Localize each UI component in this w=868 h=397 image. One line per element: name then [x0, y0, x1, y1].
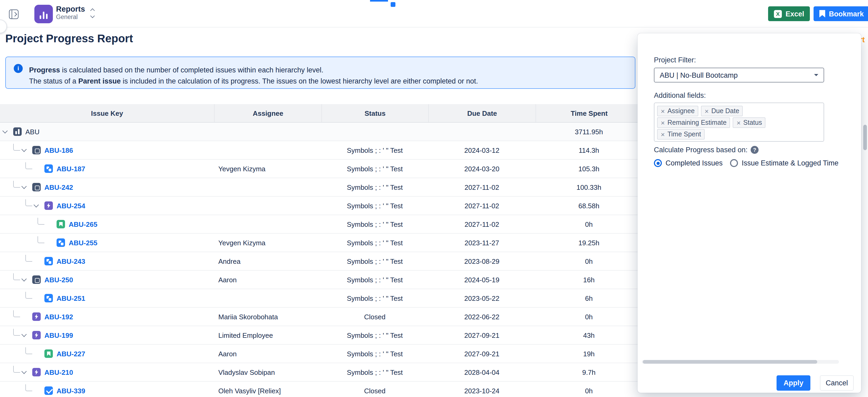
time-spent-cell: 68.58h — [535, 197, 642, 215]
chevron-down-icon[interactable] — [34, 202, 39, 208]
remove-tag-icon[interactable]: × — [661, 131, 665, 138]
time-spent-cell: 19h — [535, 345, 642, 363]
issue-key-link[interactable]: ABU-242 — [44, 183, 73, 191]
table-row[interactable]: ABU-242 Symbols ; : ' " Test 2027-11-02 … — [0, 178, 642, 197]
collapse-expand-icon[interactable] — [91, 9, 94, 18]
excel-button-label: Excel — [785, 10, 804, 18]
column-header-time-spent[interactable]: Time Spent — [535, 104, 642, 122]
project-filter-select[interactable]: ABU | No-Bull Bootcamp — [654, 68, 824, 83]
panel-horizontal-scrollbar[interactable] — [642, 360, 839, 364]
tree-connector — [13, 366, 20, 372]
table-row[interactable]: ABU-227 Aaron Symbols ; : ' " Test 2027-… — [0, 345, 642, 363]
radio-option[interactable]: Completed Issues — [654, 159, 723, 167]
column-header-status[interactable]: Status — [321, 104, 428, 122]
column-header-assignee[interactable]: Assignee — [214, 104, 321, 122]
issue-key-cell: ABU-339 — [0, 382, 214, 397]
issue-key-link[interactable]: ABU-251 — [57, 294, 85, 302]
field-tag[interactable]: ×Time Spent — [657, 129, 705, 140]
status-cell: Symbols ; : ' " Test — [321, 160, 428, 178]
chevron-down-icon[interactable] — [22, 147, 27, 152]
assignee-cell: Yevgen Kizyma — [214, 160, 321, 178]
remove-tag-icon[interactable]: × — [737, 119, 741, 126]
radio-selected-icon[interactable] — [654, 159, 662, 167]
table-row[interactable]: ABU-192 Mariia Skorobohata Closed 2022-0… — [0, 308, 642, 326]
app-switcher[interactable]: Reports General — [56, 5, 85, 21]
issue-key-link[interactable]: ABU-250 — [44, 276, 73, 284]
issue-key-link[interactable]: ABU-186 — [44, 146, 73, 154]
table-row[interactable]: ABU-210 Vladyslav Sobipan Symbols ; : ' … — [0, 363, 642, 382]
chevron-slot — [34, 167, 44, 170]
status-cell: Closed — [321, 382, 428, 397]
help-icon[interactable] — [751, 146, 758, 154]
table-row[interactable]: ABU-243 Andrea Symbols ; : ' " Test 2023… — [0, 252, 642, 271]
status-cell: Symbols ; : ' " Test — [321, 141, 428, 159]
column-header-issue-key[interactable]: Issue Key — [0, 104, 214, 122]
issue-key-link[interactable]: ABU-243 — [57, 257, 85, 265]
chevron-down-icon[interactable] — [22, 369, 27, 374]
issue-key-link[interactable]: ABU-210 — [44, 368, 73, 376]
table-row[interactable]: ABU-186 Symbols ; : ' " Test 2024-03-12 … — [0, 141, 642, 160]
radio-label: Completed Issues — [665, 159, 723, 167]
table-row[interactable]: ABU-187 Yevgen Kizyma Symbols ; : ' " Te… — [0, 160, 642, 178]
table-row[interactable]: ABU-339 Oleh Vasyliv [Reliex] Closed 202… — [0, 382, 642, 397]
field-tag[interactable]: ×Due Date — [701, 106, 743, 116]
remove-tag-icon[interactable]: × — [661, 119, 665, 126]
table-row[interactable]: ABU-265 Symbols ; : ' " Test 2027-11-02 … — [0, 215, 642, 234]
due-date-cell: 2024-05-19 — [428, 271, 535, 288]
issue-type-icon — [32, 146, 41, 154]
table-row[interactable]: ABU-199 Limited Employee Symbols ; : ' "… — [0, 326, 642, 345]
column-header-due-date[interactable]: Due Date — [428, 104, 535, 122]
issue-key-link[interactable]: ABU-192 — [44, 313, 73, 320]
cancel-button[interactable]: Cancel — [820, 375, 854, 391]
radio-unselected-icon[interactable] — [730, 159, 738, 167]
tree-connector — [13, 310, 20, 317]
tree-connector — [25, 347, 32, 354]
table-row[interactable]: ABU 3711.95h — [0, 123, 642, 141]
issue-key-link[interactable]: ABU-265 — [69, 220, 97, 228]
app-viewport: Reports General Excel Bookmark rt Projec… — [0, 0, 868, 397]
apply-button[interactable]: Apply — [777, 375, 810, 391]
excel-export-button[interactable]: Excel — [768, 6, 810, 21]
field-tag-row: ×Assignee×Due Date — [657, 106, 821, 116]
issue-key-link[interactable]: ABU-339 — [57, 387, 85, 395]
scrollbar-thumb[interactable] — [643, 360, 817, 364]
sidebar-toggle-icon[interactable] — [9, 9, 19, 19]
table-row[interactable]: ABU-251 Symbols ; : ' " Test 2023-05-22 … — [0, 289, 642, 308]
chevron-down-icon[interactable] — [22, 276, 27, 281]
issue-type-icon — [44, 349, 53, 358]
issue-key-link[interactable]: ABU-255 — [69, 239, 97, 247]
table-row[interactable]: ABU-255 Yevgen Kizyma Symbols ; : ' " Te… — [0, 234, 642, 252]
field-tag[interactable]: ×Remaining Estimate — [657, 117, 730, 128]
radio-option[interactable]: Issue Estimate & Logged Time — [730, 159, 838, 167]
assignee-cell: Yevgen Kizyma — [214, 234, 321, 252]
bookmark-button[interactable]: Bookmark — [813, 6, 868, 21]
table-row[interactable]: ABU-254 Symbols ; : ' " Test 2027-11-02 … — [0, 197, 642, 215]
chevron-slot — [22, 334, 32, 336]
field-tag-label: Assignee — [668, 107, 694, 115]
chevron-down-icon[interactable] — [22, 332, 27, 337]
issue-key-cell: ABU-250 — [0, 271, 214, 288]
issue-key-cell: ABU-187 — [0, 160, 214, 178]
issue-type-icon — [32, 275, 41, 284]
issue-key-link[interactable]: ABU-254 — [57, 202, 85, 210]
status-cell: Symbols ; : ' " Test — [321, 197, 428, 215]
issue-type-icon — [44, 164, 53, 173]
table-row[interactable]: ABU-250 Aaron Symbols ; : ' " Test 2024-… — [0, 271, 642, 289]
remove-tag-icon[interactable]: × — [705, 108, 709, 115]
issue-key-cell: ABU — [0, 123, 214, 141]
issue-key-link[interactable]: ABU-187 — [57, 165, 85, 173]
issue-key-link[interactable]: ABU-227 — [57, 350, 85, 358]
additional-fields-box[interactable]: ×Assignee×Due Date×Remaining Estimate×St… — [654, 102, 824, 142]
assignee-cell — [214, 141, 321, 159]
field-tag[interactable]: ×Assignee — [657, 106, 698, 116]
issue-key-link[interactable]: ABU-199 — [44, 331, 73, 339]
top-bar: Reports General Excel Bookmark — [0, 0, 868, 28]
field-tag[interactable]: ×Status — [733, 117, 766, 128]
remove-tag-icon[interactable]: × — [661, 108, 665, 115]
chevron-down-icon[interactable] — [22, 184, 27, 189]
assignee-cell — [214, 197, 321, 215]
chevron-slot — [22, 279, 32, 281]
reports-app-logo[interactable] — [34, 5, 53, 23]
page-scrollbar-thumb[interactable] — [863, 125, 867, 150]
chevron-down-icon[interactable] — [2, 128, 8, 133]
